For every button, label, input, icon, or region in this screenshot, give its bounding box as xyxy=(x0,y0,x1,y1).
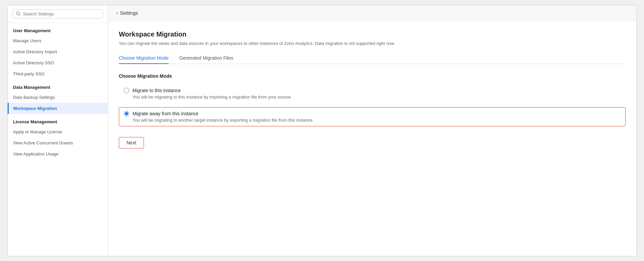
sidebar-item-data-backup-settings[interactable]: Data Backup Settings xyxy=(8,92,108,103)
sidebar-item-apply-manage-license[interactable]: Apply or Manage License xyxy=(8,126,108,137)
option-migrate-to: Migrate to this instance You will be mig… xyxy=(119,84,626,103)
back-chevron-icon: ‹ xyxy=(116,10,118,16)
sidebar-item-active-directory-import[interactable]: Active Directory Import xyxy=(8,46,108,57)
sidebar-item-view-active-concurrent-guests[interactable]: View Active Concurrent Guests xyxy=(8,137,108,148)
app-container: User Management Manage Users Active Dire… xyxy=(7,5,637,256)
option-migrate-away: Migrate away from this instance You will… xyxy=(119,107,626,126)
tab-choose-migration-mode[interactable]: Choose Migration Mode xyxy=(119,53,169,64)
radio-label-migrate-away: Migrate away from this instance xyxy=(133,111,198,116)
page-subtitle: You can migrate the views and data sourc… xyxy=(119,41,420,46)
page-title: Workspace Migration xyxy=(119,30,626,38)
radio-migrate-to[interactable] xyxy=(124,88,129,93)
radio-desc-migrate-to: You will be migrating to this instance b… xyxy=(133,94,621,100)
sidebar-section-user-management: User Management xyxy=(8,23,108,35)
back-label: Settings xyxy=(120,10,138,16)
search-box xyxy=(8,5,108,23)
radio-desc-migrate-away: You will be migrating to another target … xyxy=(133,118,621,123)
tab-generated-migration-files[interactable]: Generated Migration Files xyxy=(179,53,233,64)
sidebar-item-third-party-sso[interactable]: Third-party SSO xyxy=(8,68,108,79)
sidebar-item-manage-users[interactable]: Manage Users xyxy=(8,35,108,46)
sidebar-item-workspace-migration[interactable]: Workspace Migration xyxy=(8,103,108,114)
search-input[interactable] xyxy=(23,11,99,16)
main-header: ‹ Settings xyxy=(108,5,636,21)
radio-migrate-away[interactable] xyxy=(124,111,129,116)
radio-row-migrate-to: Migrate to this instance xyxy=(124,88,621,93)
radio-row-migrate-away: Migrate away from this instance xyxy=(124,111,621,116)
svg-line-1 xyxy=(19,14,20,15)
next-button[interactable]: Next xyxy=(119,137,144,148)
sidebar-item-active-directory-sso[interactable]: Active Directory SSO xyxy=(8,57,108,68)
back-link[interactable]: ‹ Settings xyxy=(116,10,138,16)
sidebar-section-data-management: Data Management xyxy=(8,79,108,92)
section-heading: Choose Migration Mode xyxy=(119,73,626,79)
tabs: Choose Migration Mode Generated Migratio… xyxy=(119,53,626,64)
sidebar-item-view-application-usage[interactable]: View Application Usage xyxy=(8,148,108,159)
search-input-wrapper[interactable] xyxy=(12,9,103,18)
main-body: Workspace Migration You can migrate the … xyxy=(108,21,636,158)
main-content: ‹ Settings Workspace Migration You can m… xyxy=(108,5,636,256)
radio-label-migrate-to: Migrate to this instance xyxy=(133,88,181,93)
svg-point-0 xyxy=(16,12,19,15)
search-icon xyxy=(16,11,21,16)
sidebar-section-license-management: License Management xyxy=(8,114,108,126)
sidebar: User Management Manage Users Active Dire… xyxy=(8,5,108,256)
